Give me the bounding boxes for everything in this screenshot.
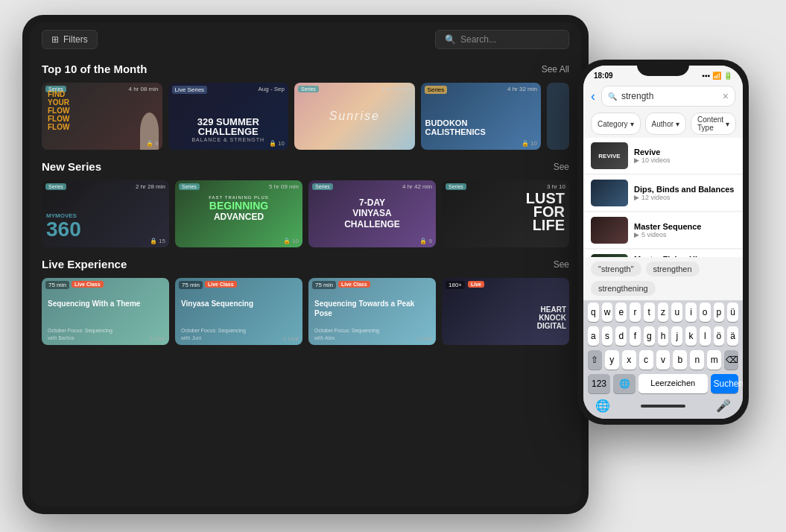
suggestion-strength[interactable]: "strength" bbox=[591, 262, 641, 276]
vinyasa-seq-count: 1 Live bbox=[283, 335, 299, 342]
phone-globe-icon[interactable]: 🌐 bbox=[595, 399, 610, 413]
key-r[interactable]: r bbox=[630, 303, 641, 322]
card-sunrise-badge: Series bbox=[298, 86, 319, 92]
phone-filter-row: Category ▾ Author ▾ Content Type ▾ bbox=[583, 110, 743, 138]
result-thumb-dips bbox=[591, 180, 628, 206]
key-space[interactable]: Leerzeichen bbox=[638, 374, 708, 393]
key-e[interactable]: e bbox=[615, 303, 627, 322]
filter-icon: ⊞ bbox=[51, 34, 59, 45]
card-heart-knock[interactable]: 180+ Live HEARTKNOCKDIGITAL bbox=[442, 278, 569, 345]
battery-icon: 🔋 bbox=[723, 72, 732, 80]
phone-back-button[interactable]: ‹ bbox=[591, 89, 595, 104]
key-a[interactable]: a bbox=[588, 326, 599, 346]
phone-screen: 18:09 ▪▪▪ 📶 🔋 ‹ 🔍 strength × Category ▾ bbox=[583, 66, 743, 419]
live-exp-see-all[interactable]: See bbox=[554, 259, 569, 270]
key-globe[interactable]: 🌐 bbox=[613, 374, 636, 393]
phone-search-query: strength bbox=[621, 91, 718, 101]
key-y[interactable]: y bbox=[605, 350, 619, 370]
key-q[interactable]: q bbox=[588, 303, 599, 322]
card-sequencing-theme[interactable]: 75 min Live Class Sequencing With a Them… bbox=[42, 278, 169, 345]
key-n[interactable]: n bbox=[690, 350, 704, 370]
key-backspace[interactable]: ⌫ bbox=[724, 350, 738, 370]
keyboard-row-4: 123 🌐 Leerzeichen Suchen bbox=[583, 372, 743, 396]
phone-search-icon: 🔍 bbox=[608, 92, 617, 101]
card-sunrise[interactable]: Series 3 hr 58 min Sunrise bbox=[294, 83, 415, 150]
card-summer-badge: Live Series bbox=[172, 86, 208, 94]
key-h[interactable]: h bbox=[658, 326, 669, 346]
new-series-see-all[interactable]: See bbox=[554, 162, 569, 172]
key-x[interactable]: x bbox=[622, 350, 636, 370]
card-vinyasa-sequencing[interactable]: 75 min Live Class Vinyasa Sequencing Oct… bbox=[175, 278, 302, 345]
vinyasa-title: 7-DAYVINYASACHALLENGE bbox=[344, 197, 400, 229]
key-t[interactable]: t bbox=[644, 303, 655, 322]
peak-pose-duration: 75 min bbox=[312, 281, 336, 289]
key-i[interactable]: i bbox=[685, 303, 697, 322]
mymoves-text: MYMOVES 360 bbox=[46, 212, 165, 240]
top10-title: Top 10 of the Month bbox=[42, 63, 147, 75]
key-b[interactable]: b bbox=[673, 350, 687, 370]
key-w[interactable]: w bbox=[602, 303, 613, 322]
card-peak-pose[interactable]: 75 min Live Class Sequencing Towards a P… bbox=[308, 278, 436, 345]
key-u[interactable]: u bbox=[671, 303, 682, 322]
key-s[interactable]: s bbox=[602, 326, 613, 346]
key-j[interactable]: j bbox=[671, 326, 682, 346]
key-f[interactable]: f bbox=[630, 326, 641, 346]
key-v[interactable]: v bbox=[656, 350, 671, 370]
card-summer-challenge[interactable]: Live Series Aug - Sep 329 SUMMERCHALLENG… bbox=[168, 83, 289, 150]
phone-search-input[interactable]: 🔍 strength × bbox=[601, 86, 735, 107]
phone-clear-button[interactable]: × bbox=[723, 90, 729, 102]
seq-theme-host: with Barbra bbox=[48, 335, 74, 341]
key-123[interactable]: 123 bbox=[588, 374, 610, 393]
seq-theme-count: 1 Live bbox=[150, 335, 165, 342]
card-budokon[interactable]: Series 4 hr 32 min BUDOKONCALISTHENICS 🔒… bbox=[421, 83, 542, 150]
filter-content-type-icon: ▾ bbox=[726, 120, 729, 128]
card-sunrise-duration: 3 hr 58 min bbox=[381, 86, 411, 92]
key-m[interactable]: m bbox=[707, 350, 721, 370]
key-o[interactable]: o bbox=[700, 303, 711, 322]
filter-author-label: Author bbox=[652, 120, 674, 128]
search-bar[interactable]: 🔍 Search... bbox=[435, 30, 569, 49]
card-beginning-advanced[interactable]: Series 5 hr 09 min FAST TRAINING PLUS BE… bbox=[175, 180, 302, 247]
card-7day-vinyasa[interactable]: Series 4 hr 42 min 7-DAYVINYASACHALLENGE… bbox=[308, 180, 436, 247]
card-sunrise-title: Sunrise bbox=[329, 110, 380, 123]
card-extra-top10[interactable] bbox=[547, 83, 569, 150]
result-title-revive: Revive bbox=[634, 148, 735, 156]
key-k[interactable]: k bbox=[685, 326, 697, 346]
suggestion-strengthen[interactable]: strengthen bbox=[646, 262, 700, 276]
result-item-dips[interactable]: Dips, Binds and Balances ▶ 12 videos bbox=[583, 175, 743, 212]
suggestion-strengthening[interactable]: strengthening bbox=[591, 281, 656, 296]
vinyasa-seq-subtitle: October Focus: Sequencing bbox=[181, 328, 297, 333]
key-shift[interactable]: ⇧ bbox=[588, 350, 602, 370]
filter-content-type[interactable]: Content Type ▾ bbox=[691, 113, 736, 135]
new-series-title: New Series bbox=[42, 160, 101, 173]
key-z[interactable]: z bbox=[658, 303, 669, 322]
result-item-hip[interactable]: Master Flying Hip Opening ▶ 3 videos bbox=[583, 250, 743, 257]
top10-see-all[interactable]: See All bbox=[542, 64, 569, 75]
filter-content-type-label: Content Type bbox=[697, 115, 723, 132]
card-find-your-flow[interactable]: Series 4 hr 08 min FINDYOURFLOWFLOWFLOW … bbox=[42, 83, 162, 150]
key-search[interactable]: Suchen bbox=[711, 374, 739, 393]
key-ae[interactable]: ä bbox=[727, 326, 738, 346]
advanced-title: FAST TRAINING PLUS BEGINNING ADVANCED bbox=[209, 195, 268, 222]
result-item-revive[interactable]: REVIVE Revive ▶ 10 videos bbox=[583, 138, 743, 174]
filter-author[interactable]: Author ▾ bbox=[645, 113, 686, 135]
key-l[interactable]: l bbox=[700, 326, 711, 346]
key-oe[interactable]: ö bbox=[714, 326, 725, 346]
live-exp-section-header: Live Experience See bbox=[42, 258, 569, 270]
filter-category[interactable]: Category ▾ bbox=[591, 113, 641, 135]
top10-section-header: Top 10 of the Month See All bbox=[42, 63, 569, 75]
phone-status-icons: ▪▪▪ 📶 🔋 bbox=[702, 72, 732, 80]
key-c[interactable]: c bbox=[639, 350, 653, 370]
vinyasa-duration: 4 hr 42 min bbox=[402, 183, 432, 190]
key-d[interactable]: d bbox=[615, 326, 627, 346]
result-meta-revive: ▶ 10 videos bbox=[634, 156, 735, 164]
result-item-master-seq[interactable]: Master Sequence ▶ 5 videos bbox=[583, 212, 743, 249]
card-mymoves360[interactable]: Series 2 hr 28 min MYMOVES 360 🔒 15 bbox=[42, 180, 169, 247]
key-ue[interactable]: ü bbox=[727, 303, 738, 322]
phone-mic-icon[interactable]: 🎤 bbox=[716, 399, 731, 413]
key-g[interactable]: g bbox=[644, 326, 655, 346]
phone-suggestions: "strength" strengthen strengthening bbox=[583, 257, 743, 300]
card-lust-for-life[interactable]: Series 3 hr 10 LUSTFORLIFE bbox=[442, 180, 569, 247]
filters-button[interactable]: ⊞ Filters bbox=[42, 30, 98, 49]
key-p[interactable]: p bbox=[714, 303, 725, 322]
